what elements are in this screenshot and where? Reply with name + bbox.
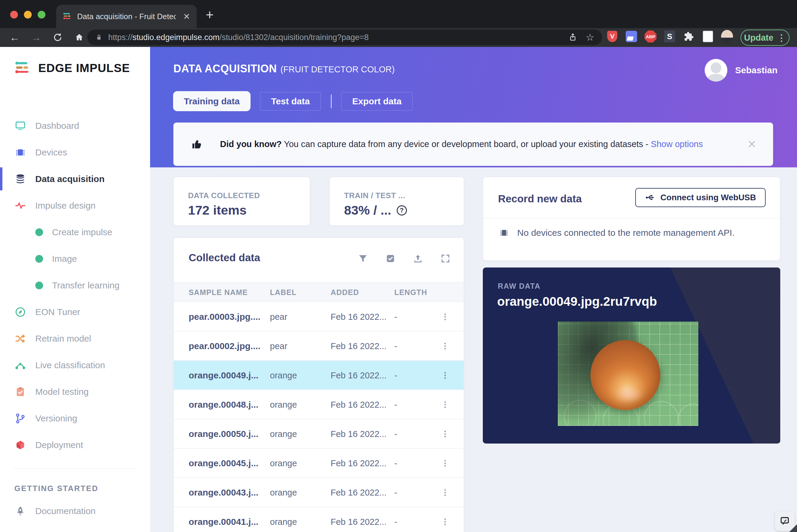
- edge-impulse-logo[interactable]: EDGE IMPULSE: [14, 59, 130, 77]
- new-tab-button[interactable]: +: [206, 6, 214, 23]
- table-row[interactable]: pear.00003.jpg.... pear Feb 16 2022... -: [174, 302, 464, 331]
- filter-icon[interactable]: [358, 253, 368, 264]
- tab-close-icon[interactable]: ✕: [183, 12, 190, 21]
- row-menu-icon[interactable]: [440, 487, 451, 498]
- row-menu-icon[interactable]: [440, 370, 451, 381]
- sidebar-item-devices[interactable]: Devices: [0, 139, 150, 166]
- row-menu-icon[interactable]: [440, 516, 451, 527]
- update-button[interactable]: Update ⋮: [740, 30, 790, 46]
- select-checkbox-icon[interactable]: [385, 253, 396, 264]
- collected-data-title: Collected data: [189, 252, 260, 264]
- train-test-label: TRAIN / TEST ...: [344, 191, 405, 200]
- tab-title: Data acquisition - Fruit Detecto: [77, 12, 176, 21]
- green-dot-icon: [35, 255, 43, 263]
- sidebar-item-eon-tuner[interactable]: EON Tuner: [0, 299, 150, 325]
- sidebar-item-retrain-model[interactable]: Retrain model: [0, 325, 150, 352]
- row-menu-icon[interactable]: [440, 399, 451, 410]
- table-header: SAMPLE NAME LABEL ADDED LENGTH: [174, 282, 464, 302]
- avatar[interactable]: [705, 59, 727, 81]
- row-menu-icon[interactable]: [440, 458, 451, 469]
- forward-icon[interactable]: →: [29, 31, 43, 44]
- row-menu-icon[interactable]: [440, 341, 451, 352]
- table-row[interactable]: pear.00002.jpg.... pear Feb 16 2022... -: [174, 331, 464, 361]
- tab-export-data[interactable]: Export data: [341, 92, 413, 111]
- sidebar-item-impulse-design[interactable]: Impulse design: [0, 192, 150, 219]
- col-label: LABEL: [270, 282, 327, 302]
- user-area[interactable]: Sebastian: [705, 59, 778, 81]
- record-new-data-card: Record new data Connect using WebUSB No …: [483, 177, 780, 261]
- browser-tab[interactable]: Data acquisition - Fruit Detecto ✕: [56, 5, 197, 28]
- getting-started-header: GETTING STARTED: [0, 479, 150, 498]
- chip-icon: [14, 147, 26, 158]
- expand-icon[interactable]: [440, 253, 451, 264]
- no-devices-message: No devices connected to the remote manag…: [499, 227, 735, 238]
- share-icon[interactable]: [568, 33, 577, 42]
- bezier-icon: [14, 360, 26, 371]
- usb-icon: [645, 192, 655, 203]
- help-icon[interactable]: ?: [397, 205, 407, 215]
- minimize-window-button[interactable]: [24, 11, 32, 19]
- browser-toolbar: ← → https://studio.edgeimpulse.com/studi…: [0, 28, 797, 47]
- side-panel-icon[interactable]: [702, 31, 714, 42]
- sidebar-item-dashboard[interactable]: Dashboard: [0, 112, 150, 139]
- sidebar-item-transfer-learning[interactable]: Transfer learning: [0, 272, 150, 299]
- user-name: Sebastian: [735, 65, 778, 75]
- table-row[interactable]: orange.00043.j... orange Feb 16 2022... …: [174, 478, 464, 507]
- col-added: ADDED: [330, 282, 391, 302]
- sidebar-item-live-classification[interactable]: Live classification: [0, 352, 150, 378]
- s-extension-icon[interactable]: S: [664, 31, 676, 42]
- header-tabs: Training data Test data Export data: [173, 91, 413, 111]
- sidebar-item-data-acquisition[interactable]: Data acquisition: [0, 166, 150, 192]
- table-row[interactable]: orange.00048.j... orange Feb 16 2022... …: [174, 390, 464, 419]
- back-icon[interactable]: ←: [8, 31, 21, 44]
- sidebar-item-deployment[interactable]: Deployment: [0, 432, 150, 458]
- sidebar-item-create-impulse[interactable]: Create impulse: [0, 219, 150, 245]
- sidebar-item-documentation[interactable]: Documentation: [0, 498, 150, 524]
- upload-icon[interactable]: [413, 253, 423, 264]
- thumbs-up-icon: [190, 137, 204, 151]
- reload-icon[interactable]: [51, 31, 64, 44]
- table-row[interactable]: orange.00050.j... orange Feb 16 2022... …: [174, 419, 464, 449]
- extensions-row: V ABP S: [606, 31, 733, 42]
- annotate-icon: [779, 516, 790, 526]
- banner-close-icon[interactable]: ✕: [747, 138, 756, 151]
- window-controls[interactable]: [10, 11, 45, 19]
- sidebar: EDGE IMPULSE Dashboard Devices Data acqu…: [0, 47, 150, 532]
- browser-menu-icon[interactable]: ⋮: [777, 33, 786, 43]
- blue-extension-icon[interactable]: [625, 31, 637, 42]
- waveform-icon: [14, 200, 26, 211]
- table-row[interactable]: orange.00041.j... orange Feb 16 2022... …: [174, 507, 464, 532]
- page-title: DATA ACQUISITION(FRUIT DETECTOR COLOR): [173, 62, 395, 75]
- url-text: https://studio.edgeimpulse.com/studio/81…: [108, 33, 368, 42]
- url-bar[interactable]: https://studio.edgeimpulse.com/studio/81…: [87, 30, 602, 45]
- sidebar-item-image[interactable]: Image: [0, 245, 150, 272]
- sidebar-item-model-testing[interactable]: Model testing: [0, 378, 150, 405]
- row-menu-icon[interactable]: [440, 311, 451, 322]
- close-window-button[interactable]: [10, 11, 18, 19]
- sidebar-item-versioning[interactable]: Versioning: [0, 405, 150, 432]
- screen-corner-overlay: [789, 524, 797, 532]
- privacy-shield-extension-icon[interactable]: V: [606, 31, 618, 42]
- record-new-data-title: Record new data: [498, 193, 582, 205]
- profile-avatar[interactable]: [721, 31, 733, 42]
- shuffle-icon: [14, 333, 26, 344]
- rocket-icon: [14, 506, 26, 517]
- git-branch-icon: [14, 413, 26, 424]
- adblock-extension-icon[interactable]: ABP: [645, 31, 657, 42]
- database-icon: [14, 173, 26, 185]
- table-row-selected[interactable]: orange.00049.j... orange Feb 16 2022... …: [174, 361, 464, 390]
- home-icon[interactable]: [72, 31, 86, 44]
- extensions-puzzle-icon[interactable]: [683, 31, 695, 42]
- tab-training-data[interactable]: Training data: [173, 91, 250, 111]
- connect-webusb-button[interactable]: Connect using WebUSB: [635, 188, 765, 207]
- row-menu-icon[interactable]: [440, 429, 451, 439]
- show-options-link[interactable]: Show options: [651, 139, 703, 149]
- zoom-window-button[interactable]: [38, 11, 45, 19]
- bookmark-star-icon[interactable]: ☆: [586, 32, 594, 43]
- table-row[interactable]: orange.00045.j... orange Feb 16 2022... …: [174, 449, 464, 478]
- tab-test-data[interactable]: Test data: [260, 92, 321, 111]
- data-collected-card: DATA COLLECTED 172 items: [173, 177, 310, 226]
- data-collected-label: DATA COLLECTED: [188, 191, 260, 200]
- tab-divider: [331, 94, 331, 108]
- col-sample-name: SAMPLE NAME: [189, 282, 266, 302]
